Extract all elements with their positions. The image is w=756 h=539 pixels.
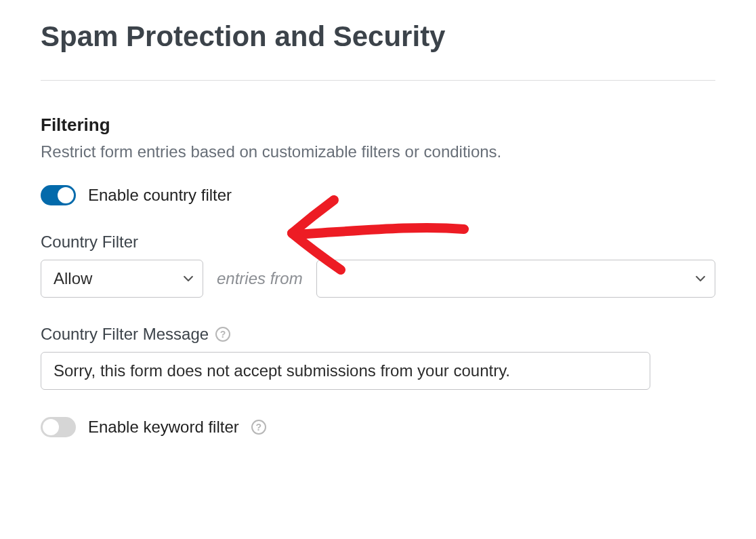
toggle-knob bbox=[43, 419, 59, 435]
toggle-knob bbox=[58, 187, 74, 203]
filtering-section-desc: Restrict form entries based on customiza… bbox=[41, 142, 715, 161]
country-filter-label: Country Filter bbox=[41, 233, 715, 252]
country-filter-countries-select[interactable] bbox=[316, 260, 715, 298]
enable-country-filter-toggle[interactable] bbox=[41, 185, 76, 205]
page-title: Spam Protection and Security bbox=[41, 20, 715, 53]
enable-keyword-filter-label: Enable keyword filter bbox=[88, 418, 239, 437]
country-filter-action-value: Allow bbox=[54, 269, 92, 288]
country-filter-action-select[interactable]: Allow bbox=[41, 260, 203, 298]
enable-keyword-filter-row: Enable keyword filter ? bbox=[41, 417, 715, 437]
divider bbox=[41, 80, 715, 81]
chevron-down-icon bbox=[696, 274, 705, 283]
enable-country-filter-row: Enable country filter bbox=[41, 185, 715, 205]
country-filter-row: Allow entries from bbox=[41, 260, 715, 298]
country-filter-message-label: Country Filter Message ? bbox=[41, 325, 715, 344]
country-filter-message-input[interactable] bbox=[41, 352, 650, 390]
enable-country-filter-label: Enable country filter bbox=[88, 186, 232, 205]
help-icon[interactable]: ? bbox=[251, 420, 266, 435]
chevron-down-icon bbox=[184, 274, 193, 283]
filtering-section-title: Filtering bbox=[41, 115, 715, 136]
enable-keyword-filter-toggle[interactable] bbox=[41, 417, 76, 437]
help-icon[interactable]: ? bbox=[215, 327, 230, 342]
country-filter-message-label-text: Country Filter Message bbox=[41, 325, 209, 344]
entries-from-text: entries from bbox=[217, 269, 303, 288]
